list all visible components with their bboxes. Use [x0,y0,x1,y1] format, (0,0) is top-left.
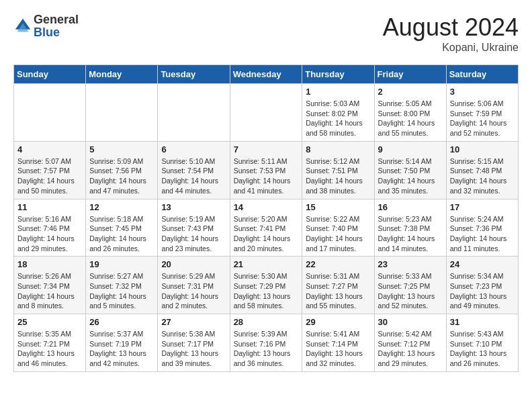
day-info: Sunrise: 5:38 AMSunset: 7:17 PMDaylight:… [161,329,226,369]
calendar-cell: 21Sunrise: 5:30 AMSunset: 7:29 PMDayligh… [230,257,302,314]
day-number: 16 [378,202,443,212]
location: Kopani, Ukraine [383,42,519,54]
day-number: 11 [17,202,82,212]
day-number: 2 [378,87,443,97]
day-info: Sunrise: 5:12 AMSunset: 7:51 PMDaylight:… [306,156,370,196]
day-info: Sunrise: 5:34 AMSunset: 7:23 PMDaylight:… [450,271,515,311]
day-number: 7 [234,144,299,154]
day-info: Sunrise: 5:05 AMSunset: 8:00 PMDaylight:… [378,99,443,138]
day-header-thursday: Thursday [302,65,374,84]
calendar-cell: 19Sunrise: 5:27 AMSunset: 7:32 PMDayligh… [86,257,158,314]
day-info: Sunrise: 5:22 AMSunset: 7:40 PMDaylight:… [306,214,370,254]
logo: General Blue [13,13,79,39]
day-number: 8 [306,144,370,154]
day-info: Sunrise: 5:26 AMSunset: 7:34 PMDaylight:… [17,271,82,311]
day-number: 22 [306,259,370,269]
calendar-cell: 8Sunrise: 5:12 AMSunset: 7:51 PMDaylight… [302,141,374,199]
day-info: Sunrise: 5:16 AMSunset: 7:46 PMDaylight:… [17,214,82,254]
month-year: August 2024 [383,13,519,42]
day-number: 17 [450,202,515,212]
calendar-header-row: SundayMondayTuesdayWednesdayThursdayFrid… [14,65,519,84]
day-number: 21 [234,259,299,269]
day-info: Sunrise: 5:33 AMSunset: 7:25 PMDaylight:… [378,271,443,311]
day-number: 26 [89,317,154,327]
day-number: 20 [161,259,226,269]
calendar-week-1: 1Sunrise: 5:03 AMSunset: 8:02 PMDaylight… [14,84,519,142]
calendar-cell: 28Sunrise: 5:39 AMSunset: 7:16 PMDayligh… [230,314,302,372]
day-info: Sunrise: 5:03 AMSunset: 8:02 PMDaylight:… [306,99,370,138]
day-info: Sunrise: 5:39 AMSunset: 7:16 PMDaylight:… [234,329,299,369]
day-header-tuesday: Tuesday [158,65,230,84]
logo-general: General [34,13,79,26]
calendar-cell: 15Sunrise: 5:22 AMSunset: 7:40 PMDayligh… [302,199,374,257]
day-number: 6 [161,144,226,154]
calendar-cell: 13Sunrise: 5:19 AMSunset: 7:43 PMDayligh… [158,199,230,257]
calendar-cell: 12Sunrise: 5:18 AMSunset: 7:45 PMDayligh… [86,199,158,257]
calendar-cell: 22Sunrise: 5:31 AMSunset: 7:27 PMDayligh… [302,257,374,314]
day-number: 31 [450,317,515,327]
calendar-cell: 23Sunrise: 5:33 AMSunset: 7:25 PMDayligh… [374,257,446,314]
calendar-cell: 25Sunrise: 5:35 AMSunset: 7:21 PMDayligh… [14,314,86,372]
calendar-cell: 4Sunrise: 5:07 AMSunset: 7:57 PMDaylight… [14,141,86,199]
calendar-cell: 7Sunrise: 5:11 AMSunset: 7:53 PMDaylight… [230,141,302,199]
calendar-cell: 10Sunrise: 5:15 AMSunset: 7:48 PMDayligh… [446,141,518,199]
logo-icon [13,17,32,36]
day-info: Sunrise: 5:23 AMSunset: 7:38 PMDaylight:… [378,214,443,254]
day-info: Sunrise: 5:11 AMSunset: 7:53 PMDaylight:… [234,156,299,196]
calendar-cell: 11Sunrise: 5:16 AMSunset: 7:46 PMDayligh… [14,199,86,257]
day-number: 25 [17,317,82,327]
day-number: 12 [89,202,154,212]
day-number: 23 [378,259,443,269]
day-number: 15 [306,202,370,212]
day-info: Sunrise: 5:29 AMSunset: 7:31 PMDaylight:… [161,271,226,311]
calendar-cell: 27Sunrise: 5:38 AMSunset: 7:17 PMDayligh… [158,314,230,372]
calendar-cell: 1Sunrise: 5:03 AMSunset: 8:02 PMDaylight… [302,84,374,142]
logo-blue: Blue [34,26,60,39]
day-header-monday: Monday [86,65,158,84]
calendar-cell: 2Sunrise: 5:05 AMSunset: 8:00 PMDaylight… [374,84,446,142]
calendar-week-5: 25Sunrise: 5:35 AMSunset: 7:21 PMDayligh… [14,314,519,372]
day-number: 5 [89,144,154,154]
day-number: 14 [234,202,299,212]
day-info: Sunrise: 5:27 AMSunset: 7:32 PMDaylight:… [89,271,154,311]
day-info: Sunrise: 5:15 AMSunset: 7:48 PMDaylight:… [450,156,515,196]
day-info: Sunrise: 5:10 AMSunset: 7:54 PMDaylight:… [161,156,226,196]
day-number: 30 [378,317,443,327]
calendar-cell: 16Sunrise: 5:23 AMSunset: 7:38 PMDayligh… [374,199,446,257]
day-number: 4 [17,144,82,154]
day-number: 10 [450,144,515,154]
day-info: Sunrise: 5:18 AMSunset: 7:45 PMDaylight:… [89,214,154,254]
calendar-cell: 17Sunrise: 5:24 AMSunset: 7:36 PMDayligh… [446,199,518,257]
day-info: Sunrise: 5:20 AMSunset: 7:41 PMDaylight:… [234,214,299,254]
calendar-table: SundayMondayTuesdayWednesdayThursdayFrid… [13,64,519,372]
calendar-cell [14,84,86,142]
day-number: 27 [161,317,226,327]
day-header-friday: Friday [374,65,446,84]
day-number: 29 [306,317,370,327]
calendar-week-4: 18Sunrise: 5:26 AMSunset: 7:34 PMDayligh… [14,257,519,314]
calendar-cell: 18Sunrise: 5:26 AMSunset: 7:34 PMDayligh… [14,257,86,314]
day-number: 28 [234,317,299,327]
day-info: Sunrise: 5:24 AMSunset: 7:36 PMDaylight:… [450,214,515,254]
day-info: Sunrise: 5:31 AMSunset: 7:27 PMDaylight:… [306,271,370,311]
day-header-sunday: Sunday [14,65,86,84]
day-number: 19 [89,259,154,269]
day-info: Sunrise: 5:41 AMSunset: 7:14 PMDaylight:… [306,329,370,369]
day-info: Sunrise: 5:42 AMSunset: 7:12 PMDaylight:… [378,329,443,369]
calendar-cell [86,84,158,142]
day-header-saturday: Saturday [446,65,518,84]
day-number: 24 [450,259,515,269]
calendar-cell: 9Sunrise: 5:14 AMSunset: 7:50 PMDaylight… [374,141,446,199]
day-info: Sunrise: 5:35 AMSunset: 7:21 PMDaylight:… [17,329,82,369]
calendar-cell: 31Sunrise: 5:43 AMSunset: 7:10 PMDayligh… [446,314,518,372]
day-number: 13 [161,202,226,212]
day-info: Sunrise: 5:14 AMSunset: 7:50 PMDaylight:… [378,156,443,196]
day-info: Sunrise: 5:37 AMSunset: 7:19 PMDaylight:… [89,329,154,369]
day-info: Sunrise: 5:19 AMSunset: 7:43 PMDaylight:… [161,214,226,254]
calendar-cell: 29Sunrise: 5:41 AMSunset: 7:14 PMDayligh… [302,314,374,372]
page-header: General Blue August 2024 Kopani, Ukraine [13,13,519,54]
day-info: Sunrise: 5:43 AMSunset: 7:10 PMDaylight:… [450,329,515,369]
day-number: 18 [17,259,82,269]
calendar-week-2: 4Sunrise: 5:07 AMSunset: 7:57 PMDaylight… [14,141,519,199]
calendar-cell [158,84,230,142]
